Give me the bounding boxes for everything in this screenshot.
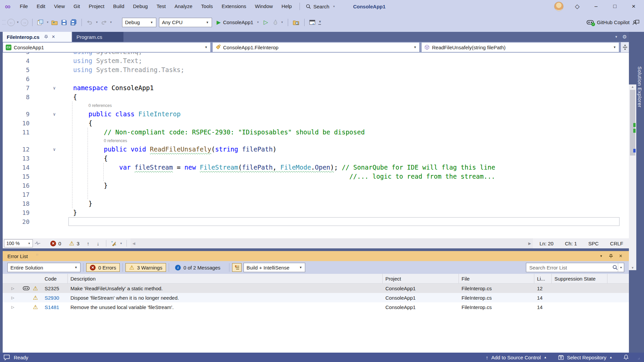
user-avatar[interactable] [554,2,564,11]
column-header-project[interactable]: Project [383,274,459,283]
tab-settings-gear-icon[interactable]: ⚙ [623,34,627,40]
github-copilot-icon[interactable]: ✓ [587,19,594,25]
column-header-li[interactable]: Li... [534,274,552,283]
navigate-back-button[interactable]: ← [7,19,15,26]
error-list-row-S1481[interactable]: ▷⚠S1481Remove the unused local variable … [3,302,629,312]
next-issue-button[interactable]: ↓ [97,241,99,246]
profiler-flame-icon[interactable] [271,18,279,27]
menu-item-help[interactable]: Help [277,0,296,13]
menu-item-test[interactable]: Test [152,0,170,13]
rule-code-link[interactable]: S1481 [42,304,68,310]
scroll-right-arrow-icon[interactable]: ▶ [528,241,531,246]
column-header-file[interactable]: File [459,274,534,283]
menu-item-git[interactable]: Git [69,0,84,13]
toolbar-overflow-button[interactable]: ▼ [318,20,322,25]
nav-project-dropdown[interactable]: C# ConsoleApp1 ▼ [3,42,211,52]
subscription-diamond-icon[interactable]: ◇ [572,3,582,10]
scroll-up-arrow-icon[interactable]: ▲ [629,85,636,88]
chevron-down-icon[interactable]: ▼ [96,21,98,24]
search-icon[interactable] [612,265,618,270]
scroll-left-arrow-icon[interactable]: ◀ [132,241,135,246]
solution-configuration-dropdown[interactable]: Debug▼ [122,18,156,27]
tab-program[interactable]: Program.cs [72,32,123,42]
resize-grip[interactable]: ⣠ [638,356,641,359]
window-layout-button[interactable] [308,18,317,27]
warning-count[interactable]: 3 [77,241,79,246]
column-header-suppressionstate[interactable]: Suppression State [552,274,607,283]
menu-item-project[interactable]: Project [84,0,109,13]
add-to-source-control-button[interactable]: ↑ Add to Source Control ▲ [486,355,547,360]
close-icon[interactable]: × [52,34,55,40]
start-without-debugging-button[interactable]: ▷ [264,19,268,26]
search-control[interactable]: Search ▼ [303,4,339,9]
maximize-button[interactable]: □ [610,3,620,9]
document-health-icon[interactable] [33,239,42,248]
github-copilot-label[interactable]: GitHub Copilot [597,19,630,25]
redo-button[interactable] [100,18,108,27]
filter-issues-button[interactable] [232,263,241,272]
rule-code-link[interactable]: S2325 [42,286,68,291]
notifications-bell-icon[interactable] [623,354,629,360]
error-list-title-bar[interactable]: Error List ▼ × [3,251,629,261]
code-line-16[interactable]: 16 } [3,181,629,190]
copilot-fix-icon[interactable] [20,286,30,291]
previous-issue-button[interactable]: ↑ [87,241,90,246]
code-line-17[interactable]: 17 [3,190,629,199]
error-count[interactable]: 0 [58,241,61,246]
code-cleanup-broom-icon[interactable]: ✦✦ [110,239,118,248]
chevron-down-icon[interactable]: ▼ [120,242,122,245]
find-in-files-button[interactable] [292,18,301,27]
code-line-15[interactable]: 15 //... logic to read from the stream..… [3,172,629,181]
column-header-description[interactable]: Description [68,274,383,283]
code-line-18[interactable]: 18 } [3,199,629,208]
nav-member-dropdown[interactable]: ReadFileUnsafely(string filePath) ▼ [421,42,619,52]
start-debugging-button[interactable]: ▶ ConsoleApp1 ▼ [217,19,260,25]
code-line-5[interactable]: 5using System.Threading.Tasks; [3,65,629,74]
warnings-filter-button[interactable]: ⚠ 3 Warnings [125,263,166,272]
menu-item-view[interactable]: View [50,0,69,13]
search-options-chevron-icon[interactable]: ▼ [618,263,624,272]
line-ending-indicator[interactable]: CRLF [610,241,623,246]
menu-item-window[interactable]: Window [251,0,277,13]
code-line-20[interactable]: 20 [3,217,629,226]
menu-item-edit[interactable]: Edit [32,0,50,13]
nav-type-dropdown[interactable]: ConsoleApp1.FileInterop ▼ [212,42,420,52]
editor-vertical-scrollbar[interactable]: ▲ ▼ [629,84,636,270]
menu-item-analyze[interactable]: Analyze [170,0,197,13]
messages-filter-button[interactable]: i 0 of 2 Messages [172,263,224,272]
code-editor[interactable]: 3using System.Linq;4using System.Text;5u… [3,53,629,238]
send-feedback-icon[interactable] [633,19,639,25]
select-repository-button[interactable]: Select Repository ▲ [558,355,612,360]
chevron-down-icon[interactable]: ▼ [46,21,49,24]
save-all-button[interactable] [69,18,78,27]
chevron-down-icon[interactable]: ▼ [281,21,283,24]
menu-item-tools[interactable]: Tools [197,0,217,13]
column-header-code[interactable]: Code [42,274,68,283]
minimize-button[interactable]: – [591,3,601,9]
undo-button[interactable] [86,18,94,27]
code-line-13[interactable]: 13 { [3,154,629,163]
code-line-10[interactable]: 10 { [3,119,629,128]
navigate-forward-button[interactable]: → [21,19,28,26]
pin-icon[interactable] [44,35,48,39]
scroll-down-arrow-icon[interactable]: ▼ [629,266,636,269]
menu-item-file[interactable]: File [15,0,32,13]
close-icon[interactable]: × [619,253,622,259]
code-line-7[interactable]: 7∨namespace ConsoleApp1 [3,83,629,93]
pin-icon[interactable] [609,254,613,258]
source-dropdown[interactable]: Build + IntelliSense▼ [244,263,305,272]
fold-collapse-arrow-icon[interactable]: ∨ [53,110,56,119]
code-line-12[interactable]: 12∨ public void ReadFileUnsafely(string … [3,145,629,154]
error-count-icon[interactable]: ✕ [50,241,56,246]
chevron-down-icon[interactable]: ▼ [16,21,19,24]
toolbar-grip[interactable]: ⋮⋮ [3,18,5,26]
zoom-level-dropdown[interactable]: 100 %▼ [4,239,33,247]
tab-list-chevron-icon[interactable]: ▼ [615,35,618,39]
fold-collapse-arrow-icon[interactable]: ∨ [53,83,56,93]
code-line-9[interactable]: 9∨ public class FileInterop [3,110,629,119]
feedback-bubble-icon[interactable] [3,354,10,361]
scrollbar-thumb[interactable] [630,90,635,156]
code-line-11[interactable]: 11 // Non-compliant code: RSPEC-2930: "I… [3,128,629,137]
save-button[interactable] [60,18,68,27]
row-expand-arrow[interactable]: ▷ [3,286,20,291]
